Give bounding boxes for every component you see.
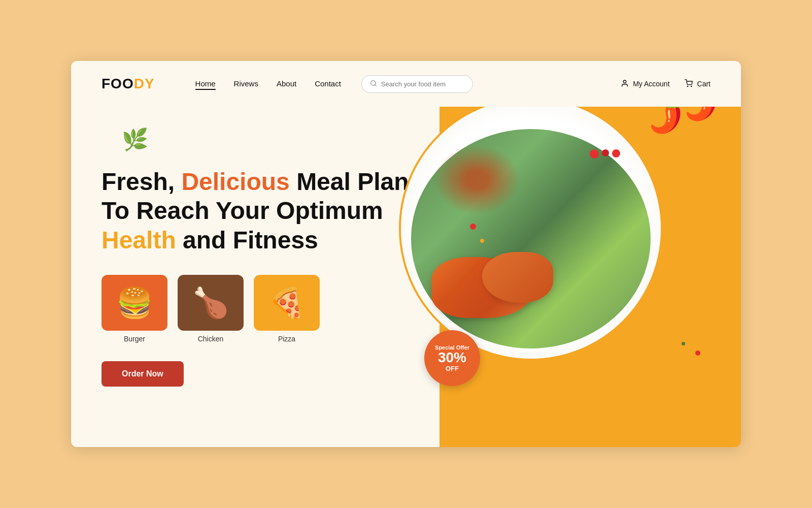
- burger-image: 🍔: [101, 275, 167, 331]
- special-offer-off: OFF: [446, 365, 459, 372]
- nav-link-about[interactable]: About: [277, 79, 296, 88]
- svg-line-1: [375, 84, 377, 86]
- svg-point-3: [687, 86, 688, 86]
- chicken-image: 🍗: [178, 275, 244, 331]
- burger-emoji: 🍔: [116, 285, 153, 320]
- my-account-button[interactable]: My Account: [621, 79, 669, 89]
- search-icon: [370, 80, 377, 88]
- tomato-3: [612, 149, 620, 157]
- decor-dot-2: [480, 239, 484, 243]
- nav-item-contact[interactable]: Contact: [315, 79, 341, 88]
- main-content: 🌿 Fresh, Delicious Meal Plan To Reach Yo…: [71, 107, 741, 447]
- chicken-emoji: 🍗: [192, 285, 229, 320]
- page-wrapper: FOODY Home Rivews About Contact: [71, 61, 741, 447]
- account-icon: [621, 79, 629, 89]
- salad-highlights: [426, 139, 528, 220]
- logo-part2: DY: [134, 76, 155, 91]
- salmon-piece-2: [482, 252, 553, 303]
- search-bar[interactable]: [361, 75, 473, 93]
- navbar: FOODY Home Rivews About Contact: [71, 61, 741, 107]
- pizza-emoji: 🍕: [268, 285, 305, 320]
- svg-point-4: [691, 86, 691, 86]
- hero-title-line2: To Reach Your Optimum: [101, 197, 383, 224]
- nav-link-contact[interactable]: Contact: [315, 79, 341, 88]
- nav-item-home[interactable]: Home: [195, 79, 216, 88]
- right-section: 🌶️🌶️ Special Offer: [439, 107, 741, 447]
- account-label: My Account: [633, 80, 669, 88]
- hero-title: Fresh, Delicious Meal Plan To Reach Your…: [101, 167, 409, 255]
- logo: FOODY: [101, 76, 155, 92]
- hero-highlight-delicious: Delicious: [181, 168, 289, 195]
- logo-part1: FOO: [101, 76, 134, 91]
- tomatoes: [590, 149, 620, 158]
- plate-food: [401, 107, 661, 359]
- food-card-burger[interactable]: 🍔 Burger: [101, 275, 167, 343]
- food-plate: [399, 107, 663, 361]
- decor-dot-1: [470, 224, 476, 230]
- special-offer-badge: Special Offer 30% OFF: [424, 330, 480, 386]
- hero-title-line3-rest: and Fitness: [183, 227, 318, 253]
- hero-highlight-health: Health: [101, 227, 176, 253]
- nav-links: Home Rivews About Contact: [195, 79, 341, 88]
- tomato-2: [602, 149, 609, 156]
- hero-title-line1: Fresh, Delicious Meal Plan: [101, 168, 409, 195]
- nav-item-rivews[interactable]: Rivews: [234, 79, 258, 88]
- nav-right: My Account Cart: [621, 79, 710, 89]
- nav-link-rivews[interactable]: Rivews: [234, 79, 258, 88]
- pizza-label: Pizza: [278, 335, 295, 343]
- chicken-label: Chicken: [198, 335, 224, 343]
- food-categories: 🍔 Burger 🍗 Chicken 🍕 Pizza: [101, 275, 409, 343]
- nav-link-home[interactable]: Home: [195, 79, 216, 90]
- tomato-1: [590, 149, 599, 158]
- cart-button[interactable]: Cart: [684, 79, 710, 89]
- burger-label: Burger: [124, 335, 145, 343]
- decor-dot-4: [682, 342, 685, 345]
- left-section: 🌿 Fresh, Delicious Meal Plan To Reach Yo…: [71, 107, 439, 447]
- pizza-image: 🍕: [254, 275, 320, 331]
- leaf-decoration: 🌿: [122, 127, 148, 152]
- chili-decoration: 🌶️🌶️: [640, 107, 724, 140]
- decor-dot-3: [695, 351, 700, 356]
- nav-item-about[interactable]: About: [277, 79, 296, 88]
- cart-icon: [684, 79, 693, 89]
- order-now-button[interactable]: Order Now: [101, 361, 184, 387]
- food-card-pizza[interactable]: 🍕 Pizza: [254, 275, 320, 343]
- special-offer-percent: 30%: [438, 351, 466, 365]
- svg-point-2: [624, 80, 626, 83]
- search-input[interactable]: [381, 80, 464, 88]
- cart-label: Cart: [697, 80, 710, 88]
- food-card-chicken[interactable]: 🍗 Chicken: [178, 275, 244, 343]
